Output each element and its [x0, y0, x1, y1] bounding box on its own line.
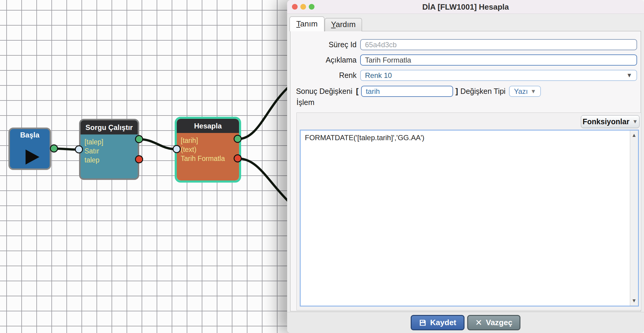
- edge-hesapla-out-top: [238, 85, 291, 139]
- tab-yardim-label: Yardım: [325, 18, 362, 31]
- aciklama-field[interactable]: Tarih Formatla: [360, 54, 637, 66]
- surec-id-label: Süreç Id: [290, 40, 360, 49]
- surec-id-row: Süreç Id 65a4d3cb: [290, 39, 637, 50]
- renk-label: Renk: [290, 71, 360, 80]
- port-basla-output[interactable]: [50, 144, 58, 153]
- chevron-down-icon: ▼: [632, 119, 638, 125]
- dialog-titlebar[interactable]: DİA [FLW1001] Hesapla: [287, 0, 644, 14]
- port-hesapla-output-error[interactable]: [234, 154, 242, 162]
- port-sorgu-output-error[interactable]: [135, 155, 143, 163]
- close-icon: ✕: [475, 318, 482, 328]
- chevron-down-icon: ▼: [626, 72, 632, 79]
- scroll-down-icon[interactable]: ▼: [630, 298, 638, 304]
- degisken-tipi-value: Yazı: [514, 87, 528, 96]
- expression-text[interactable]: FORMATDATE('[talep.tarih]','GG.AA'): [301, 131, 630, 306]
- save-icon: [419, 319, 427, 327]
- scroll-up-icon[interactable]: ▲: [630, 132, 638, 138]
- cancel-button-label: Vazgeç: [486, 318, 512, 327]
- node-hesapla[interactable]: Hesapla [tarih] (text) Tarih Formatla: [177, 119, 239, 180]
- port-hesapla-output-ok[interactable]: [234, 135, 242, 143]
- renk-dropdown[interactable]: Renk 10 ▼: [360, 70, 637, 81]
- aciklama-row: Açıklama Tarih Formatla: [290, 54, 637, 66]
- node-sorgu-title: Sorgu Çalıştır: [81, 120, 138, 134]
- surec-id-field[interactable]: 65a4d3cb: [360, 39, 637, 50]
- hesapla-dialog: DİA [FLW1001] Hesapla Tanım Yardım Süreç…: [287, 0, 644, 333]
- tab-strip: Tanım Yardım: [287, 14, 644, 31]
- sonuc-degiskeni-row: Sonuç Değişkeni [ tarih ] Değişken Tipi …: [290, 86, 637, 97]
- edge-hesapla-out-bottom: [238, 159, 291, 204]
- tanim-tab-panel: Süreç Id 65a4d3cb Açıklama Tarih Formatl…: [290, 31, 641, 311]
- node-hesapla-body: [tarih] (text) Tarih Formatla: [177, 133, 239, 166]
- surec-id-value: 65a4d3cb: [365, 41, 397, 49]
- cancel-button[interactable]: ✕ Vazgeç: [467, 315, 521, 330]
- sonuc-degiskeni-label: Sonuç Değişkeni: [290, 87, 356, 96]
- node-line: [tarih]: [181, 136, 235, 145]
- dialog-footer: Kaydet ✕ Vazgeç: [287, 312, 644, 333]
- node-sorgu-body: [talep] Satır talep: [81, 134, 138, 168]
- node-line: (text): [181, 145, 235, 154]
- port-hesapla-input[interactable]: [173, 145, 181, 153]
- node-line: [talep]: [84, 137, 134, 146]
- fonksiyonlar-label: Fonksiyonlar: [583, 117, 630, 126]
- islem-label: İşlem: [296, 98, 314, 107]
- degisken-tipi-label: Değişken Tipi: [460, 87, 509, 96]
- node-sorgu-calistir[interactable]: Sorgu Çalıştır [talep] Satır talep: [79, 119, 139, 180]
- save-button[interactable]: Kaydet: [411, 315, 465, 330]
- islem-panel: Fonksiyonlar ▼ FORMATDATE('[talep.tarih]…: [296, 113, 641, 310]
- port-sorgu-output-ok[interactable]: [135, 135, 143, 143]
- tab-tanim[interactable]: Tanım: [290, 17, 324, 31]
- port-sorgu-input[interactable]: [75, 145, 83, 153]
- degisken-tipi-dropdown[interactable]: Yazı ▼: [509, 86, 541, 97]
- node-basla-title: Başla: [10, 131, 50, 139]
- node-basla[interactable]: Başla: [8, 128, 51, 170]
- node-hesapla-title: Hesapla: [177, 119, 239, 133]
- window-title: DİA [FLW1001] Hesapla: [287, 0, 644, 14]
- tab-tanim-label: Tanım: [290, 17, 324, 31]
- expression-editor[interactable]: FORMATDATE('[talep.tarih]','GG.AA') ▲ ▼: [300, 130, 639, 307]
- renk-row: Renk Renk 10 ▼: [290, 70, 637, 81]
- node-hesapla-selected[interactable]: Hesapla [tarih] (text) Tarih Formatla: [175, 117, 241, 183]
- node-line: Satır: [84, 146, 134, 156]
- node-line: talep: [84, 156, 134, 165]
- vertical-scrollbar[interactable]: ▲ ▼: [630, 131, 638, 306]
- edge-sorgu-hesapla: [140, 139, 176, 149]
- aciklama-value: Tarih Formatla: [365, 56, 411, 64]
- sonuc-degiskeni-field[interactable]: tarih: [361, 86, 453, 97]
- bracket-open: [: [356, 87, 361, 96]
- chevron-down-icon: ▼: [531, 88, 536, 95]
- node-line: Tarih Formatla: [181, 154, 235, 163]
- renk-value: Renk 10: [365, 71, 392, 80]
- fonksiyonlar-dropdown-button[interactable]: Fonksiyonlar ▼: [581, 115, 639, 128]
- play-icon: [26, 150, 39, 165]
- sonuc-degiskeni-value: tarih: [366, 87, 380, 96]
- bracket-close: ]: [453, 87, 461, 96]
- save-button-label: Kaydet: [430, 318, 456, 327]
- tab-yardim[interactable]: Yardım: [325, 18, 362, 31]
- aciklama-label: Açıklama: [290, 56, 360, 64]
